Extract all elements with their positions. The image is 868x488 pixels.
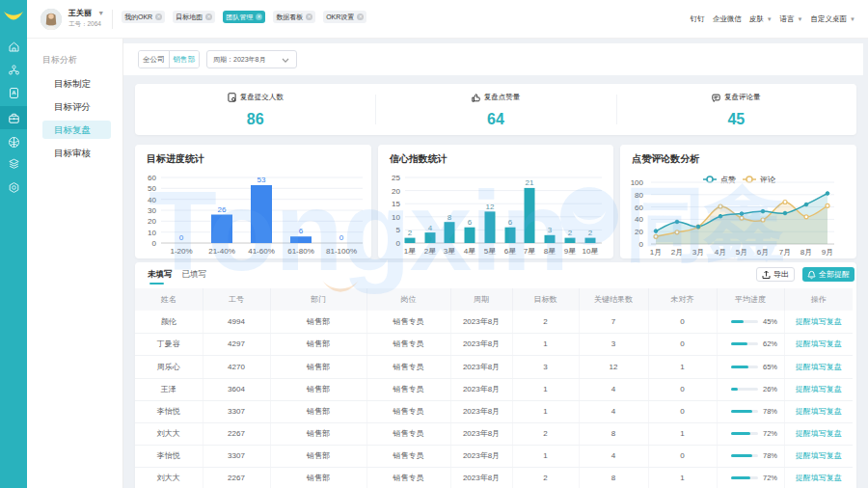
svg-text:12: 12	[485, 203, 494, 211]
svg-text:40: 40	[148, 196, 156, 204]
svg-text:60: 60	[148, 174, 156, 182]
svg-text:21-40%: 21-40%	[208, 247, 235, 256]
svg-text:20: 20	[635, 228, 643, 236]
svg-text:20: 20	[148, 217, 156, 226]
svg-text:21: 21	[525, 178, 533, 187]
svg-text:61-80%: 61-80%	[287, 247, 314, 256]
svg-text:81-100%: 81-100%	[326, 247, 357, 256]
svg-text:0: 0	[152, 239, 157, 248]
svg-text:6月: 6月	[757, 248, 769, 257]
svg-text:4月: 4月	[715, 248, 726, 257]
svg-text:20: 20	[392, 187, 400, 196]
svg-text:5: 5	[395, 226, 400, 234]
svg-text:评论: 评论	[760, 176, 775, 184]
svg-text:3: 3	[547, 226, 552, 234]
svg-text:7星: 7星	[523, 247, 534, 256]
svg-text:3月: 3月	[692, 248, 704, 257]
svg-text:2: 2	[567, 229, 572, 237]
svg-text:26: 26	[218, 205, 227, 214]
svg-text:1星: 1星	[403, 247, 415, 256]
svg-text:点赞: 点赞	[720, 176, 736, 184]
svg-text:15: 15	[392, 200, 400, 208]
svg-text:9星: 9星	[563, 247, 575, 256]
svg-text:8: 8	[447, 213, 451, 222]
svg-text:8月: 8月	[800, 248, 812, 257]
svg-text:25: 25	[392, 174, 400, 182]
svg-text:4星: 4星	[463, 247, 475, 256]
svg-text:0: 0	[395, 239, 400, 248]
svg-text:6: 6	[507, 218, 512, 227]
svg-text:100: 100	[631, 178, 644, 187]
svg-text:41-60%: 41-60%	[248, 247, 275, 256]
svg-text:1-20%: 1-20%	[170, 247, 192, 256]
svg-text:40: 40	[635, 215, 643, 224]
svg-text:53: 53	[258, 176, 266, 184]
svg-text:5星: 5星	[483, 247, 495, 256]
svg-text:80: 80	[635, 191, 643, 200]
svg-text:1月: 1月	[650, 248, 662, 257]
svg-text:7月: 7月	[779, 248, 791, 257]
svg-text:0: 0	[639, 240, 644, 249]
svg-text:2月: 2月	[671, 248, 683, 257]
svg-text:6: 6	[299, 227, 304, 235]
svg-text:5月: 5月	[736, 248, 747, 257]
svg-text:10星: 10星	[582, 247, 598, 256]
svg-text:10: 10	[148, 229, 156, 237]
svg-text:6星: 6星	[503, 247, 515, 256]
svg-text:30: 30	[148, 206, 156, 215]
svg-text:0: 0	[339, 233, 344, 242]
svg-text:9月: 9月	[822, 248, 833, 257]
svg-text:0: 0	[179, 233, 184, 242]
svg-text:10: 10	[392, 213, 400, 222]
svg-text:4: 4	[427, 224, 432, 232]
svg-text:2星: 2星	[423, 247, 435, 256]
svg-text:3星: 3星	[443, 247, 454, 256]
svg-text:8星: 8星	[543, 247, 555, 256]
svg-text:2: 2	[407, 229, 412, 237]
svg-text:2: 2	[587, 229, 592, 237]
svg-text:60: 60	[635, 203, 643, 212]
svg-text:6: 6	[467, 218, 472, 227]
svg-text:50: 50	[148, 184, 156, 193]
